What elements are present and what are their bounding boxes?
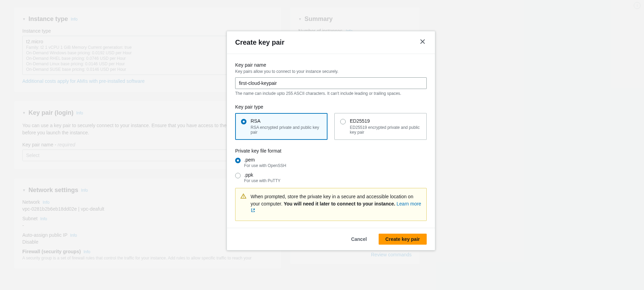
key-pair-name-hint: The name can include upto 255 ASCII char… (235, 91, 427, 96)
svg-rect-0 (243, 196, 244, 197)
warning-alert: When prompted, store the private key in … (235, 188, 427, 221)
radio-icon (235, 173, 241, 178)
svg-rect-1 (243, 197, 244, 198)
create-key-pair-button[interactable]: Create key pair (379, 234, 427, 245)
radio-icon (340, 119, 346, 124)
create-key-pair-modal: Create key pair Key pair name Key pairs … (227, 31, 435, 250)
external-link-icon (251, 208, 255, 215)
cancel-button[interactable]: Cancel (344, 234, 374, 245)
pem-title: .pem (244, 157, 286, 163)
key-pair-type-label: Key pair type (235, 104, 427, 110)
modal-title: Create key pair (235, 38, 284, 46)
private-key-format-label: Private key file format (235, 148, 427, 154)
radio-icon (241, 119, 246, 124)
key-pair-type-rsa-tile[interactable]: RSA RSA encrypted private and public key… (235, 113, 327, 140)
key-pair-name-input[interactable] (235, 77, 427, 89)
key-pair-type-ed25519-tile[interactable]: ED25519 ED25519 encrypted private and pu… (334, 113, 427, 140)
format-ppk-radio[interactable]: .ppk For use with PuTTY (235, 172, 427, 183)
ppk-title: .ppk (244, 172, 280, 178)
radio-icon (235, 158, 241, 163)
key-pair-name-label: Key pair name (235, 62, 427, 68)
ed25519-title: ED25519 (350, 118, 421, 124)
ppk-desc: For use with PuTTY (244, 178, 280, 183)
ed25519-desc: ED25519 encrypted private and public key… (350, 125, 421, 135)
alert-text: When prompted, store the private key in … (251, 193, 422, 216)
format-pem-radio[interactable]: .pem For use with OpenSSH (235, 157, 427, 168)
rsa-desc: RSA encrypted private and public key pai… (251, 125, 322, 135)
warning-icon (240, 193, 246, 216)
pem-desc: For use with OpenSSH (244, 163, 286, 168)
close-icon[interactable] (418, 37, 427, 47)
key-pair-name-sub: Key pairs allow you to connect to your i… (235, 69, 427, 74)
rsa-title: RSA (251, 118, 322, 124)
